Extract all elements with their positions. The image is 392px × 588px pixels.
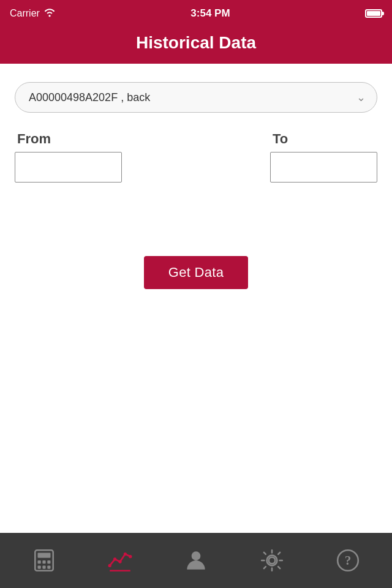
date-fields-row: From To xyxy=(15,131,377,183)
battery-icon xyxy=(365,9,382,18)
carrier-label: Carrier xyxy=(10,8,40,19)
tab-settings[interactable] xyxy=(234,548,310,573)
settings-icon xyxy=(259,548,285,573)
get-data-btn-wrapper: Get Data xyxy=(15,256,377,289)
svg-rect-3 xyxy=(42,560,45,564)
help-icon: ? xyxy=(335,548,361,573)
svg-text:?: ? xyxy=(345,553,352,568)
status-bar-left: Carrier xyxy=(10,7,56,20)
svg-rect-1 xyxy=(38,552,51,557)
calculator-icon xyxy=(31,548,57,573)
svg-point-12 xyxy=(124,552,127,556)
app-header: Historical Data xyxy=(0,27,392,64)
wifi-icon xyxy=(43,7,56,20)
chevron-down-icon: ⌄ xyxy=(356,91,366,104)
from-date-input[interactable] xyxy=(15,152,122,183)
profile-icon xyxy=(183,548,209,573)
svg-rect-4 xyxy=(47,560,50,564)
device-dropdown-wrapper: A00000498A202F , back ⌄ xyxy=(15,82,377,113)
svg-point-10 xyxy=(113,557,116,560)
tab-bar: ? xyxy=(0,533,392,588)
status-bar: Carrier 3:54 PM xyxy=(0,0,392,27)
to-field-group: To xyxy=(270,131,377,183)
from-label: From xyxy=(15,131,51,147)
status-bar-right xyxy=(365,9,382,18)
svg-rect-7 xyxy=(47,565,50,568)
svg-point-13 xyxy=(129,555,132,558)
chart-icon xyxy=(107,548,133,573)
status-bar-time: 3:54 PM xyxy=(190,7,230,20)
device-dropdown[interactable]: A00000498A202F , back ⌄ xyxy=(15,82,377,113)
svg-rect-5 xyxy=(38,565,41,568)
to-label: To xyxy=(270,131,288,147)
svg-point-14 xyxy=(192,551,201,560)
from-field-group: From xyxy=(15,131,122,183)
svg-point-15 xyxy=(269,557,276,564)
page-title: Historical Data xyxy=(136,33,256,52)
svg-rect-2 xyxy=(38,560,41,564)
svg-point-11 xyxy=(118,560,121,563)
tab-help[interactable]: ? xyxy=(310,548,386,573)
get-data-button[interactable]: Get Data xyxy=(144,256,248,289)
dropdown-selected-value: A00000498A202F , back xyxy=(29,91,150,104)
svg-rect-6 xyxy=(42,565,45,568)
tab-chart[interactable] xyxy=(82,548,158,573)
main-content: A00000498A202F , back ⌄ From To Get Data xyxy=(0,64,392,289)
tab-calculator[interactable] xyxy=(6,548,82,573)
svg-point-9 xyxy=(108,564,111,567)
tab-profile[interactable] xyxy=(158,548,234,573)
to-date-input[interactable] xyxy=(270,152,377,183)
